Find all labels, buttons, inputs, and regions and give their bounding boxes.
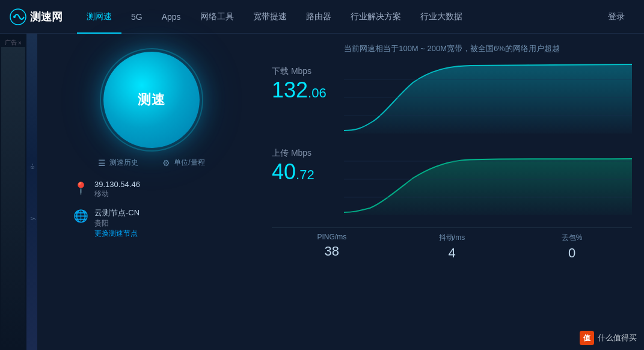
globe-icon: 🌐 bbox=[73, 209, 88, 223]
stat-jitter: 抖动/ms 4 bbox=[392, 233, 512, 261]
settings-icon: ⚙ bbox=[162, 158, 170, 168]
svg-point-1 bbox=[13, 16, 16, 18]
ip-info: 📍 39.130.54.46 移动 bbox=[73, 180, 230, 199]
stat-ping: PING/ms 38 bbox=[272, 233, 392, 259]
loss-value: 0 bbox=[568, 245, 575, 261]
speed-circle-wrapper: 测速 bbox=[103, 52, 200, 148]
ad-partial-panel: e- y bbox=[26, 34, 37, 350]
center-panel: 测速 ☰ 测速历史 ⚙ 单位/量程 📍 39.130.54.46 移动 🌐 bbox=[37, 34, 266, 350]
ping-label: PING/ms bbox=[317, 233, 347, 241]
bottom-watermark: 值 什么值得买 bbox=[580, 331, 637, 345]
stat-loss: 丢包% 0 bbox=[512, 233, 632, 261]
node-location: 贵阳 bbox=[94, 218, 140, 229]
logo[interactable]: 测速网 bbox=[10, 8, 63, 25]
nav-item-tools[interactable]: 网络工具 bbox=[191, 0, 244, 34]
speed-circle-text: 测速 bbox=[138, 91, 165, 109]
upload-dec: .72 bbox=[296, 167, 314, 182]
header: 测速网 测网速 5G Apps 网络工具 宽带提速 路由器 行业解决方案 行业大… bbox=[0, 0, 644, 34]
download-chart-svg bbox=[344, 61, 632, 134]
status-text: 当前网速相当于100M ~ 200M宽带，被全国6%的网络用户超越 bbox=[272, 43, 632, 54]
ip-address: 39.130.54.46 bbox=[94, 180, 140, 189]
main-nav: 测网速 5G Apps 网络工具 宽带提速 路由器 行业解决方案 行业大数据 bbox=[77, 0, 472, 33]
download-value: 132.06 bbox=[272, 79, 344, 101]
upload-value: 40.72 bbox=[272, 161, 344, 183]
ad-partial-text2: y bbox=[29, 217, 35, 220]
jitter-label: 抖动/ms bbox=[439, 233, 465, 243]
ping-value: 38 bbox=[325, 244, 339, 259]
main-content: 广告 × e- y 测速 ☰ 测速历史 ⚙ 单位/量程 bbox=[0, 34, 644, 350]
right-panel: 当前网速相当于100M ~ 200M宽带，被全国6%的网络用户超越 下载 Mbp… bbox=[266, 34, 644, 350]
change-node-link[interactable]: 更换测速节点 bbox=[94, 229, 140, 239]
download-label-col: 下载 Mbps 132.06 bbox=[272, 61, 344, 101]
node-info: 🌐 云测节点-CN 贵阳 更换测速节点 bbox=[73, 207, 230, 239]
ad-close-button[interactable]: × bbox=[18, 40, 22, 46]
download-dec: .06 bbox=[308, 85, 327, 100]
loss-label: 丢包% bbox=[562, 233, 583, 243]
speed-circle-button[interactable]: 测速 bbox=[103, 52, 200, 148]
download-int: 132 bbox=[272, 78, 308, 102]
nav-item-industry[interactable]: 行业解决方案 bbox=[341, 0, 411, 34]
nav-item-5g[interactable]: 5G bbox=[121, 0, 152, 34]
upload-chart-svg bbox=[344, 143, 632, 215]
ad-sidebar: 广告 × bbox=[0, 34, 26, 350]
ip-text: 39.130.54.46 移动 bbox=[94, 180, 140, 199]
isp-name: 移动 bbox=[94, 189, 140, 199]
download-chart bbox=[344, 61, 632, 134]
settings-label: 单位/量程 bbox=[174, 158, 204, 168]
history-icon: ☰ bbox=[98, 158, 106, 168]
watermark-text: 什么值得买 bbox=[598, 333, 637, 343]
circle-actions: ☰ 测速历史 ⚙ 单位/量程 bbox=[98, 158, 204, 168]
upload-chart bbox=[344, 143, 632, 215]
location-icon: 📍 bbox=[73, 181, 88, 195]
nav-item-broadband[interactable]: 宽带提速 bbox=[244, 0, 296, 34]
ad-label: 广告 × bbox=[5, 38, 22, 47]
upload-label: 上传 Mbps bbox=[272, 148, 344, 159]
download-section: 下载 Mbps 132.06 bbox=[272, 61, 632, 140]
nav-item-router[interactable]: 路由器 bbox=[296, 0, 341, 34]
ad-partial-text: e- bbox=[29, 164, 35, 169]
nav-item-apps[interactable]: Apps bbox=[152, 0, 191, 34]
jitter-value: 4 bbox=[448, 245, 455, 261]
logo-text: 测速网 bbox=[30, 10, 63, 24]
nav-item-measure[interactable]: 测网速 bbox=[77, 0, 121, 34]
download-label: 下载 Mbps bbox=[272, 66, 344, 77]
settings-button[interactable]: ⚙ 单位/量程 bbox=[162, 158, 204, 168]
upload-label-col: 上传 Mbps 40.72 bbox=[272, 143, 344, 183]
watermark-icon: 值 bbox=[580, 331, 594, 345]
nav-item-bigdata[interactable]: 行业大数据 bbox=[411, 0, 472, 34]
upload-section: 上传 Mbps 40.72 bbox=[272, 143, 632, 221]
nav-login[interactable]: 登录 bbox=[598, 0, 634, 34]
history-label: 测速历史 bbox=[109, 158, 138, 168]
upload-int: 40 bbox=[272, 159, 296, 184]
ad-content bbox=[1, 47, 25, 350]
stats-row: PING/ms 38 抖动/ms 4 丢包% 0 bbox=[272, 227, 632, 261]
node-text: 云测节点-CN 贵阳 更换测速节点 bbox=[94, 207, 140, 239]
logo-icon bbox=[10, 8, 26, 25]
node-name: 云测节点-CN bbox=[94, 207, 140, 218]
history-button[interactable]: ☰ 测速历史 bbox=[98, 158, 138, 168]
